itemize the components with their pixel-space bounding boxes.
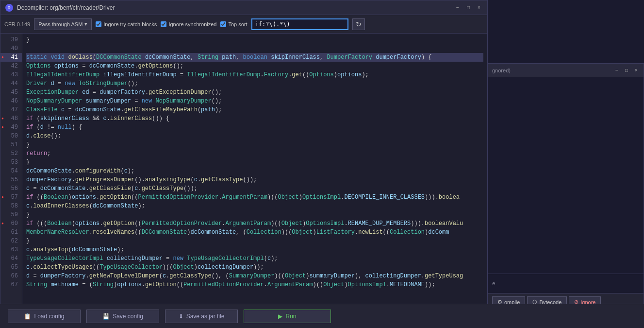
ignore-try-catch-group: Ingore try catch blocks: [96, 21, 157, 27]
run-label: Run: [285, 313, 296, 320]
top-sort-label: Top sort: [228, 21, 247, 27]
code-line: c.collectTypeUsages((TypeUsageCollector)…: [26, 263, 483, 272]
maximize-button[interactable]: □: [465, 4, 472, 11]
line-number: 67: [0, 280, 22, 289]
load-config-label: Load config: [34, 313, 64, 320]
line-number: 59: [0, 210, 22, 219]
code-line: NopSummaryDumper summaryDumper = new Nop…: [26, 97, 483, 105]
top-sort-checkbox[interactable]: [220, 21, 226, 27]
secondary-minimize-button[interactable]: −: [613, 67, 620, 74]
code-line: if (((Boolean)options.getOption((Permitt…: [26, 219, 483, 228]
save-jar-label: Save as jar file: [186, 313, 225, 320]
ignore-synchronized-label: Ignore synchronized: [168, 21, 216, 27]
run-button[interactable]: ▶ Run: [244, 310, 331, 323]
code-line: ClassFile c = dcCommonState.getClassFile…: [26, 105, 483, 114]
line-number: 52: [0, 149, 22, 158]
save-jar-button[interactable]: ⬇ Save as jar file: [165, 310, 238, 323]
code-line: if ((Boolean)options.getOption((Permitte…: [26, 193, 483, 202]
save-config-button[interactable]: 💾 Save config: [86, 310, 159, 323]
code-line: if (skipInnerClass && c.isInnerClass()) …: [26, 114, 483, 123]
code-line: String methname = (String)options.getOpt…: [26, 280, 483, 289]
load-config-button[interactable]: 📋 Load config: [8, 310, 81, 323]
ignore-synchronized-checkbox[interactable]: [161, 21, 166, 27]
code-line: d = dumperFactory.getNewTopLevelDumper(c…: [26, 272, 483, 280]
code-line: c = dcCommonState.getClassFile(c.getClas…: [26, 184, 483, 193]
dropdown-arrow: ▾: [84, 21, 87, 27]
code-line: }: [26, 237, 483, 245]
code-content: } static void doClass(DCCommonState dcCo…: [22, 34, 487, 328]
search-input[interactable]: [251, 18, 348, 30]
refresh-button[interactable]: ↻: [352, 18, 365, 30]
ignore-synchronized-group: Ignore synchronized: [161, 21, 216, 27]
secondary-window: − □ × gnored) e ⚙ ompile ⬡ Bytecode ⊘ Ig…: [488, 63, 644, 328]
line-number: 42: [0, 62, 22, 70]
line-number: 65: [0, 263, 22, 272]
line-number: 44: [0, 79, 22, 88]
run-icon: ▶: [278, 313, 282, 320]
line-number: 49: [0, 123, 22, 132]
toolbar: CFR 0.149 Pass through ASM ▾ Ingore try …: [0, 15, 487, 34]
secondary-maximize-button[interactable]: □: [623, 67, 630, 74]
save-config-label: Save config: [113, 313, 143, 320]
line-number: 58: [0, 202, 22, 210]
line-number: 57: [0, 193, 22, 202]
code-line: Options options = dcCommonState.getOptio…: [26, 62, 483, 70]
bottom-bar: 📋 Load config 💾 Save config ⬇ Save as ja…: [0, 304, 644, 328]
code-line: }: [26, 140, 483, 149]
code-line: dumperFactory.getProgressDumper().analys…: [26, 175, 483, 184]
line-number: 62: [0, 237, 22, 245]
title-bar-left: ⚙ Decompiler: org/benf/cfr/reader/Driver: [5, 4, 115, 12]
line-number: 41: [0, 53, 22, 62]
close-button[interactable]: ×: [476, 4, 482, 11]
line-number: 50: [0, 132, 22, 140]
line-number: 53: [0, 158, 22, 167]
version-label: CFR 0.149: [4, 21, 30, 27]
code-container: 39 40 41 42 43 44 45 46 47 48 49 50 51 5…: [0, 34, 487, 328]
code-line: c.loadInnerClasses(dcCommonState);: [26, 202, 483, 210]
line-number: 61: [0, 228, 22, 237]
minimize-button[interactable]: −: [454, 4, 461, 11]
app-icon: ⚙: [5, 4, 13, 12]
line-number: 45: [0, 88, 22, 97]
main-window: ⚙ Decompiler: org/benf/cfr/reader/Driver…: [0, 0, 488, 328]
dropdown-label: Pass through ASM: [38, 21, 83, 27]
pass-through-asm-dropdown[interactable]: Pass through ASM ▾: [34, 18, 92, 30]
line-number: 63: [0, 245, 22, 254]
line-number: 64: [0, 254, 22, 263]
code-line: return;: [26, 149, 483, 158]
line-number: 43: [0, 70, 22, 79]
code-line: TypeUsageCollectorImpl collectingDumper …: [26, 254, 483, 263]
save-jar-icon: ⬇: [179, 313, 183, 320]
line-number: 60: [0, 219, 22, 228]
secondary-title-bar: − □ ×: [488, 64, 644, 77]
window-title: Decompiler: org/benf/cfr/reader/Driver: [17, 4, 115, 11]
line-number: 39: [0, 35, 22, 44]
code-line: IllegalIdentifierDump illegalIdentifierD…: [26, 70, 483, 79]
title-bar-controls: − □ ×: [454, 4, 482, 11]
line-number: 51: [0, 140, 22, 149]
line-number: 55: [0, 175, 22, 184]
code-line: Driver d = new ToStringDumper();: [26, 79, 483, 88]
secondary-panel-content: gnored): [488, 77, 644, 274]
line-numbers: 39 40 41 42 43 44 45 46 47 48 49 50 51 5…: [0, 34, 22, 328]
secondary-close-button[interactable]: ×: [633, 67, 640, 74]
secondary-title-controls: − □ ×: [613, 67, 640, 74]
code-line: }: [26, 35, 483, 44]
line-number: 56: [0, 184, 22, 193]
line-number: 40: [0, 44, 22, 53]
code-line: }: [26, 210, 483, 219]
secondary-bottom-text: e: [492, 281, 495, 287]
main-title-bar: ⚙ Decompiler: org/benf/cfr/reader/Driver…: [0, 0, 487, 15]
top-sort-group: Top sort: [220, 21, 247, 27]
code-line: c.analyseTop(dcCommonState);: [26, 245, 483, 254]
save-config-icon: 💾: [102, 313, 110, 320]
ignore-try-catch-checkbox[interactable]: [96, 21, 101, 27]
code-line: MemberNameResolver.resolveNames((DCCommo…: [26, 228, 483, 237]
line-number: 66: [0, 272, 22, 280]
code-line: static void doClass(DCCommonState dcComm…: [26, 53, 483, 62]
line-number: 54: [0, 167, 22, 175]
code-line: if (d != null) {: [26, 123, 483, 132]
line-number: 48: [0, 114, 22, 123]
code-line: d.close();: [26, 132, 483, 140]
code-line: [26, 44, 483, 53]
